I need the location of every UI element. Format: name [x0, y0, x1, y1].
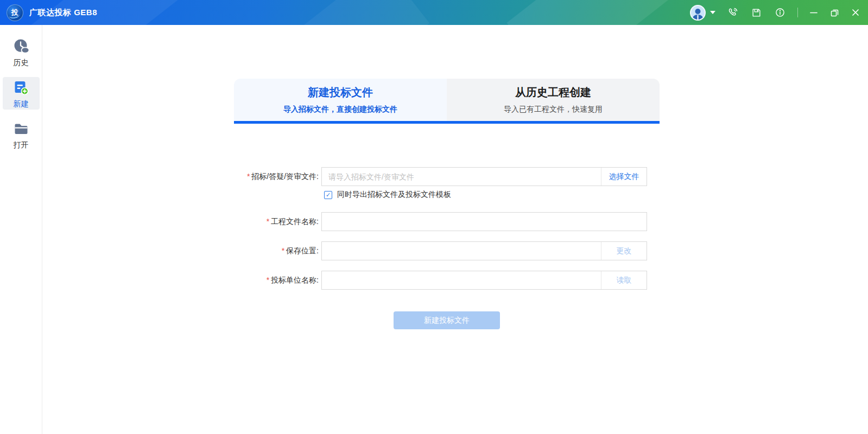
create-mode-tabs: 新建投标文件 导入招标文件，直接创建投标文件 从历史工程创建 导入已有工程文件，…: [234, 79, 660, 121]
titlebar-decoration: [255, 0, 430, 25]
sidebar-item-label: 打开: [14, 141, 29, 150]
required-mark: *: [267, 276, 269, 284]
tab-title: 从历史工程创建: [515, 85, 591, 100]
bidder-name-input-group: 读取: [321, 271, 647, 290]
tab-new-bid-file[interactable]: 新建投标文件 导入招标文件，直接创建投标文件: [234, 79, 447, 121]
info-icon: [775, 7, 785, 18]
form-row-project-name: *工程文件名称:: [234, 212, 660, 231]
project-name-input-group: [321, 212, 647, 231]
field-label: *保存位置:: [234, 241, 321, 260]
sidebar-item-history[interactable]: 历史: [3, 36, 40, 68]
required-mark: *: [267, 217, 269, 226]
phone-icon: [727, 7, 738, 18]
required-mark: *: [282, 246, 284, 255]
new-bid-form: *招标/答疑/资审文件: 选择文件 ✓ 同时导出招标文件及投标文件模板 *工程文…: [234, 167, 660, 329]
close-button[interactable]: [852, 9, 859, 16]
user-avatar[interactable]: [690, 5, 706, 21]
sidebar-item-label: 新建: [14, 99, 29, 109]
sidebar: 历史 新建 打开: [0, 25, 42, 434]
titlebar-divider: [797, 8, 798, 17]
minimize-icon: [810, 9, 818, 16]
tab-active-underline: [234, 121, 660, 124]
titlebar-decoration: [507, 0, 677, 25]
save-icon: [751, 8, 762, 18]
sidebar-item-open[interactable]: 打开: [3, 118, 40, 151]
form-row-tender-file: *招标/答疑/资审文件: 选择文件: [234, 167, 660, 186]
export-template-option: ✓ 同时导出招标文件及投标文件模板: [324, 190, 660, 200]
tender-file-input-group: 选择文件: [321, 167, 647, 186]
tab-subtitle: 导入已有工程文件，快速复用: [504, 105, 603, 114]
form-row-bidder-name: *投标单位名称: 读取: [234, 271, 660, 290]
bidder-name-input[interactable]: [322, 271, 601, 289]
new-document-icon: [11, 78, 31, 98]
choose-file-button[interactable]: 选择文件: [601, 168, 647, 186]
export-template-checkbox[interactable]: ✓: [324, 191, 332, 199]
field-label: *招标/答疑/资审文件:: [234, 167, 321, 186]
app-logo-icon: 投: [7, 4, 23, 21]
person-icon: [691, 7, 705, 20]
restore-icon: [831, 9, 839, 17]
avatar-dropdown-caret-icon[interactable]: [710, 11, 715, 14]
tab-title: 新建投标文件: [308, 85, 373, 100]
save-location-input-group: 更改: [321, 241, 647, 260]
required-mark: *: [247, 172, 250, 181]
app-title: 广联达投标 GEB8: [29, 8, 97, 18]
history-clock-icon: [11, 37, 31, 56]
minimize-button[interactable]: [810, 9, 818, 16]
titlebar: 投 广联达投标 GEB8: [0, 0, 868, 25]
maximize-restore-button[interactable]: [831, 9, 839, 17]
sidebar-item-label: 历史: [14, 58, 29, 68]
main-content: 新建投标文件 导入招标文件，直接创建投标文件 从历史工程创建 导入已有工程文件，…: [42, 25, 868, 434]
save-button[interactable]: [751, 8, 762, 18]
change-location-button[interactable]: 更改: [601, 242, 647, 260]
tender-file-input[interactable]: [322, 168, 601, 186]
tab-create-from-history[interactable]: 从历史工程创建 导入已有工程文件，快速复用: [447, 79, 660, 121]
app-window: 投 广联达投标 GEB8: [0, 0, 868, 434]
checkbox-label: 同时导出招标文件及投标文件模板: [337, 190, 451, 200]
tab-subtitle: 导入招标文件，直接创建投标文件: [283, 105, 397, 114]
field-label: *投标单位名称:: [234, 271, 321, 290]
read-bidder-button[interactable]: 读取: [601, 271, 647, 289]
project-name-input[interactable]: [322, 213, 647, 231]
create-bid-file-button[interactable]: 新建投标文件: [394, 311, 500, 329]
phone-support-button[interactable]: [727, 7, 738, 18]
sidebar-item-new[interactable]: 新建: [3, 77, 40, 110]
info-button[interactable]: [775, 7, 785, 18]
field-label: *工程文件名称:: [234, 212, 321, 231]
form-row-save-location: *保存位置: 更改: [234, 241, 660, 260]
open-folder-icon: [11, 119, 31, 139]
save-location-input[interactable]: [322, 242, 601, 260]
close-icon: [852, 9, 859, 16]
